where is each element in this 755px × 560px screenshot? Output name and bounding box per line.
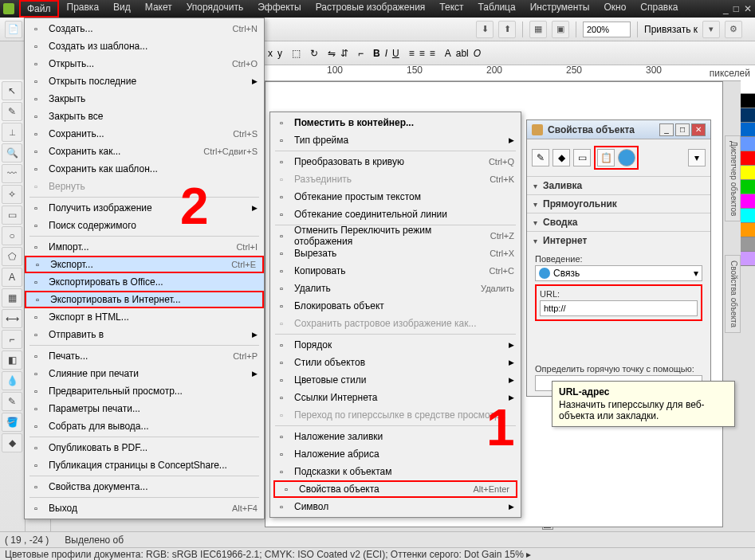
file-menu-item[interactable]: ▫Закрыть bbox=[25, 90, 264, 108]
file-menu-item[interactable]: ▫ВыходAlt+F4 bbox=[25, 499, 264, 517]
context-menu-item[interactable]: ▫Обтекание простым текстом bbox=[270, 188, 521, 206]
context-menu-item[interactable]: ▫Символ▶ bbox=[270, 498, 521, 515]
size-icon[interactable]: ⬚ bbox=[292, 48, 301, 59]
text-o-icon[interactable]: O bbox=[474, 48, 481, 59]
file-menu-item[interactable]: ▫Открыть...Ctrl+O bbox=[25, 55, 264, 72]
fill-tool-icon[interactable]: 🪣 bbox=[2, 413, 22, 432]
color-swatch[interactable] bbox=[741, 123, 755, 137]
context-menu-item[interactable]: ▫Отменить Переключить режим отображенияC… bbox=[270, 227, 521, 245]
section-rectangle[interactable]: ▾Прямоугольник bbox=[527, 194, 710, 213]
color-swatch[interactable] bbox=[741, 151, 755, 166]
table-tool-icon[interactable]: ▦ bbox=[2, 288, 22, 307]
context-menu-item[interactable]: ▫Сохранить растровое изображение как... bbox=[270, 315, 521, 332]
menu-help[interactable]: Справка bbox=[634, 0, 684, 18]
color-swatch[interactable] bbox=[741, 209, 755, 223]
text-abi-icon[interactable]: abl bbox=[456, 48, 469, 59]
color-swatch[interactable] bbox=[741, 237, 755, 252]
file-menu-item[interactable]: ▫Создать из шаблона... bbox=[25, 37, 264, 55]
section-summary[interactable]: ▾Сводка bbox=[527, 213, 710, 231]
menu-window[interactable]: Окно bbox=[597, 0, 632, 18]
ellipse-tool-icon[interactable]: ○ bbox=[2, 226, 22, 245]
context-menu-item[interactable]: ▫Наложение заливки bbox=[270, 428, 521, 445]
eyedrop-tool-icon[interactable]: 💧 bbox=[2, 371, 22, 390]
menu-effects[interactable]: Эффекты bbox=[251, 0, 308, 18]
launch-icon[interactable]: ▦ bbox=[529, 21, 547, 38]
interactive-fill-icon[interactable]: ◆ bbox=[2, 433, 22, 452]
align-center-icon[interactable]: ≡ bbox=[419, 48, 425, 59]
context-menu-item[interactable]: ▫Стили объектов▶ bbox=[270, 354, 521, 371]
context-menu-item[interactable]: ▫Обтекание соединительной линии bbox=[270, 206, 521, 223]
color-swatch[interactable] bbox=[741, 94, 755, 108]
file-menu-item[interactable]: ▫Открыть последние▶ bbox=[25, 72, 264, 90]
text-tool-icon[interactable]: A bbox=[2, 268, 22, 287]
shape-tool-icon[interactable]: ✎ bbox=[2, 102, 22, 121]
file-menu-item[interactable]: ▫Свойства документа... bbox=[25, 478, 264, 495]
behavior-select[interactable]: Связь ▾ bbox=[535, 265, 702, 281]
section-internet[interactable]: ▾Интернет bbox=[527, 231, 710, 249]
context-menu-item[interactable]: ▫Тип фрейма▶ bbox=[270, 131, 521, 149]
file-menu-item[interactable]: ▫Экспортировать в Office... bbox=[25, 273, 264, 291]
color-swatch[interactable] bbox=[741, 108, 755, 123]
file-menu-item[interactable]: ▫Экспорт в HTML... bbox=[25, 308, 264, 326]
bold-icon[interactable]: B bbox=[373, 48, 380, 59]
context-menu-item[interactable]: ▫Свойства объектаAlt+Enter bbox=[273, 480, 517, 498]
align-right-icon[interactable]: ≡ bbox=[430, 48, 435, 59]
color-swatch[interactable] bbox=[741, 80, 755, 94]
freehand-tool-icon[interactable]: 〰 bbox=[2, 164, 22, 183]
context-menu-item[interactable]: ▫РазъединитьCtrl+K bbox=[270, 170, 521, 188]
file-menu-item[interactable]: ▫Поиск содержимого bbox=[25, 217, 264, 234]
color-swatch[interactable] bbox=[741, 166, 755, 180]
text-a-icon[interactable]: A bbox=[445, 48, 451, 59]
menu-tools[interactable]: Инструменты bbox=[524, 0, 596, 18]
file-menu-item[interactable]: ▫Сохранить как шаблон... bbox=[25, 160, 264, 178]
context-menu-item[interactable]: ▫УдалитьУдалить bbox=[270, 280, 521, 297]
context-menu-item[interactable]: ▫Порядок▶ bbox=[270, 336, 521, 354]
import-icon[interactable]: ⬇ bbox=[476, 21, 494, 38]
context-menu-item[interactable]: ▫Ссылки Интернета▶ bbox=[270, 389, 521, 406]
effects-tool-icon[interactable]: ◧ bbox=[2, 350, 22, 370]
color-swatch[interactable] bbox=[741, 194, 755, 209]
panel-min-icon[interactable]: _ bbox=[659, 123, 674, 136]
panel-max-icon[interactable]: □ bbox=[675, 123, 690, 136]
file-menu-item[interactable]: ▫Сохранить...Ctrl+S bbox=[25, 125, 264, 143]
sidetab-object-properties[interactable]: Свойства объекта bbox=[725, 255, 741, 333]
options-icon[interactable]: ⚙ bbox=[725, 21, 742, 38]
welcome-icon[interactable]: ▣ bbox=[552, 21, 569, 38]
file-menu-item[interactable]: ▫Печать...Ctrl+P bbox=[25, 347, 264, 365]
rectangle-tool-icon[interactable]: ▭ bbox=[2, 206, 22, 225]
file-menu-item[interactable]: ▫Опубликовать в PDF... bbox=[25, 439, 264, 456]
pos-y-icon[interactable]: y bbox=[277, 48, 282, 59]
file-menu-item[interactable]: ▫Экспортировать в Интернет... bbox=[25, 291, 264, 308]
connect-tool-icon[interactable]: ⌐ bbox=[2, 330, 22, 349]
menu-file[interactable]: Файл bbox=[19, 0, 59, 18]
tab-summary-icon[interactable]: 📋 bbox=[597, 149, 615, 166]
file-menu-item[interactable]: ▫Предварительный просмотр... bbox=[25, 382, 264, 400]
smart-tool-icon[interactable]: ✧ bbox=[2, 185, 22, 204]
context-menu-item[interactable]: ▫Поместить в контейнер... bbox=[270, 114, 521, 131]
maximize-icon[interactable]: □ bbox=[733, 3, 739, 14]
mirror-h-icon[interactable]: ⇋ bbox=[328, 48, 336, 59]
menu-arrange[interactable]: Упорядочить bbox=[180, 0, 250, 18]
underline-icon[interactable]: U bbox=[392, 48, 399, 59]
file-menu-item[interactable]: ▫Вернуть bbox=[25, 178, 264, 195]
rotate-icon[interactable]: ↻ bbox=[310, 48, 318, 59]
context-menu-item[interactable]: ▫КопироватьCtrl+C bbox=[270, 262, 521, 280]
file-menu-item[interactable]: ▫Импорт...Ctrl+I bbox=[25, 238, 264, 256]
polygon-tool-icon[interactable]: ⬠ bbox=[2, 247, 22, 266]
zoom-input[interactable] bbox=[583, 22, 631, 37]
corner-icon[interactable]: ⌐ bbox=[358, 48, 364, 59]
file-menu-item[interactable]: ▫Экспорт...Ctrl+E bbox=[25, 256, 264, 273]
crop-tool-icon[interactable]: ⟂ bbox=[2, 123, 22, 142]
outline-tool-icon[interactable]: ✎ bbox=[2, 392, 22, 411]
context-menu-item[interactable]: ▫ВырезатьCtrl+X bbox=[270, 245, 521, 262]
file-menu-item[interactable]: ▫Сохранить как...Ctrl+Сдвиг+S bbox=[25, 143, 264, 160]
menu-bitmaps[interactable]: Растровые изображения bbox=[309, 0, 432, 18]
file-menu-item[interactable]: ▫Слияние при печати▶ bbox=[25, 365, 264, 382]
context-menu-item[interactable]: ▫Блокировать объект bbox=[270, 297, 521, 315]
minimize-icon[interactable]: _ bbox=[723, 3, 729, 14]
color-swatch[interactable] bbox=[741, 252, 755, 266]
panel-close-icon[interactable]: ✕ bbox=[691, 123, 706, 136]
new-icon[interactable]: 📄 bbox=[5, 21, 22, 38]
context-menu-item[interactable]: ▫Преобразовать в кривуюCtrl+Q bbox=[270, 153, 521, 170]
zoom-tool-icon[interactable]: 🔍 bbox=[2, 143, 22, 163]
